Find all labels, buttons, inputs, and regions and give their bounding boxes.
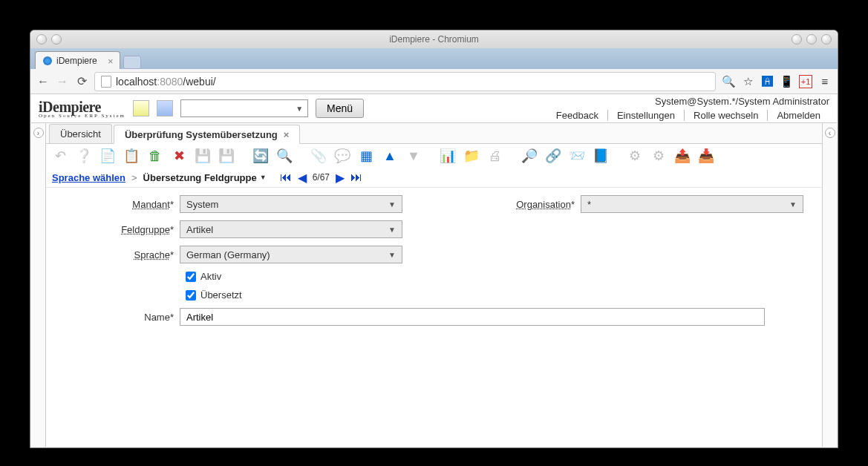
- field-sprache[interactable]: German (Germany)▼: [180, 246, 402, 263]
- print-icon: 🖨: [486, 146, 505, 165]
- parent-up-icon[interactable]: ▲: [380, 146, 399, 165]
- bookmark-star-icon[interactable]: ☆: [741, 75, 754, 88]
- left-panel-toggle[interactable]: ›: [31, 123, 46, 447]
- field-feldgruppe[interactable]: Artikel▼: [180, 220, 402, 238]
- device-icon[interactable]: 📱: [780, 75, 793, 88]
- next-record-button[interactable]: ▶: [336, 171, 345, 185]
- last-record-button[interactable]: ⏭: [350, 171, 362, 184]
- chevron-down-icon: ▼: [388, 251, 396, 259]
- tab-close-icon[interactable]: ×: [284, 129, 290, 140]
- breadcrumb-separator: >: [131, 172, 137, 183]
- right-panel-toggle[interactable]: ‹: [822, 123, 837, 447]
- checkbox-aktiv[interactable]: [186, 272, 196, 282]
- delete-icon[interactable]: 🗑: [146, 146, 165, 165]
- url-input[interactable]: localhost:8080/webui/: [94, 72, 716, 91]
- prev-record-button[interactable]: ◀: [298, 171, 307, 185]
- breadcrumb-current[interactable]: Übersetzung Feldgruppe: [143, 172, 257, 183]
- back-button[interactable]: ←: [36, 75, 50, 88]
- chat-icon: 💬: [333, 146, 352, 165]
- forward-button[interactable]: →: [56, 75, 69, 88]
- field-mandant[interactable]: System▼: [180, 195, 402, 213]
- label-mandant: Mandant: [61, 199, 180, 210]
- help-icon[interactable]: ❔: [74, 146, 94, 165]
- address-bar-row: ← → ⟳ localhost:8080/webui/ 🔍 ☆ 🅰 📱 +1 ≡: [30, 69, 838, 94]
- window-pin-button[interactable]: [51, 34, 62, 45]
- save-icon: 💾: [193, 146, 212, 165]
- reload-button[interactable]: ⟳: [75, 75, 88, 88]
- settings-link[interactable]: Einstellungen: [608, 110, 685, 121]
- change-role-link[interactable]: Rolle wechseln: [685, 110, 768, 121]
- product-info-icon[interactable]: 📘: [591, 146, 610, 165]
- chevron-down-icon: ▼: [789, 200, 797, 209]
- browser-tabstrip: iDempiere ×: [30, 48, 838, 69]
- label-feldgruppe: Feldgruppe: [61, 224, 180, 235]
- gplus-icon[interactable]: +1: [799, 75, 812, 88]
- app-header: iDempiere Open Source ERP System ▼ Menü …: [31, 94, 837, 122]
- import-icon[interactable]: 📥: [696, 146, 716, 165]
- page-icon: [101, 76, 111, 88]
- browser-tab[interactable]: iDempiere ×: [35, 51, 120, 69]
- menu-button[interactable]: Menü: [316, 99, 364, 118]
- open-window-icon[interactable]: [157, 100, 173, 116]
- browser-tab-title: iDempiere: [56, 56, 97, 66]
- chevron-down-icon: ▼: [388, 226, 396, 234]
- breadcrumb-language-link[interactable]: Sprache wählen: [52, 172, 125, 183]
- logout-link[interactable]: Abmelden: [768, 110, 829, 121]
- export-icon[interactable]: 📤: [673, 146, 692, 165]
- favicon: [43, 56, 52, 65]
- checkbox-uebersetzt[interactable]: [186, 290, 196, 301]
- app-logo[interactable]: iDempiere Open Source ERP System: [39, 99, 125, 119]
- label-name: Name: [61, 312, 180, 323]
- undo-icon: ↶: [50, 146, 70, 165]
- chevron-right-icon: ›: [33, 128, 44, 138]
- label-sprache: Sprache: [61, 249, 180, 260]
- tab-translation-check[interactable]: Überprüfung Systemübersetzung ×: [114, 125, 300, 144]
- tab-overview[interactable]: Übersicht: [49, 124, 112, 143]
- window-maximize[interactable]: [806, 34, 817, 45]
- new-icon[interactable]: 📄: [98, 146, 117, 165]
- label-uebersetzt: Übersetzt: [200, 289, 242, 301]
- quick-search[interactable]: ▼: [180, 99, 308, 117]
- field-organisation[interactable]: *▼: [581, 195, 803, 213]
- new-tab-button[interactable]: [123, 56, 141, 69]
- parent-down-icon: ▼: [404, 146, 423, 165]
- translate-icon[interactable]: 🅰: [760, 75, 774, 88]
- zoom-icon[interactable]: 🔍: [722, 75, 735, 88]
- feedback-link[interactable]: Feedback: [547, 110, 608, 121]
- new-record-icon[interactable]: [133, 100, 149, 116]
- breadcrumb: Sprache wählen > Übersetzung Feldgruppe …: [46, 168, 822, 187]
- archive-icon[interactable]: 📁: [462, 146, 481, 165]
- menu-icon[interactable]: ≡: [818, 75, 832, 88]
- chevron-left-icon: ‹: [825, 128, 835, 138]
- cancel-icon[interactable]: ✖: [169, 146, 189, 165]
- url-port: :8080: [157, 76, 183, 88]
- window-menu-button[interactable]: [36, 34, 47, 45]
- first-record-button[interactable]: ⏮: [280, 171, 292, 184]
- tab-close-icon[interactable]: ×: [108, 56, 114, 67]
- copy-icon[interactable]: 📋: [122, 146, 141, 165]
- toolbar: ↶ ❔ 📄 📋 🗑 ✖ 💾 💾 🔄 🔍 📎 💬 ▦ ▲ ▼: [46, 144, 822, 168]
- zoom-across-icon[interactable]: 🔎: [520, 146, 539, 165]
- app-tabs: Übersicht Überprüfung Systemübersetzung …: [46, 123, 822, 144]
- refresh-icon[interactable]: 🔄: [251, 146, 270, 165]
- window-minimize[interactable]: [792, 34, 802, 45]
- window-close[interactable]: [821, 34, 832, 45]
- save-new-icon: 💾: [217, 146, 236, 165]
- record-count: 6/67: [313, 172, 330, 183]
- window-title: iDempiere - Chromium: [30, 34, 838, 45]
- window-titlebar[interactable]: iDempiere - Chromium: [30, 30, 838, 48]
- report-icon[interactable]: 📊: [438, 146, 457, 165]
- user-info: System@System.*/System Administrator Fee…: [547, 96, 829, 121]
- chevron-down-icon: ▼: [388, 200, 396, 209]
- request-icon[interactable]: 📨: [567, 146, 587, 165]
- workflow-icon[interactable]: 🔗: [544, 146, 563, 165]
- browser-window: iDempiere - Chromium iDempiere × ← → ⟳ l…: [30, 30, 838, 448]
- process-icon: ⚙: [649, 146, 668, 165]
- chevron-down-icon: ▼: [296, 105, 303, 113]
- grid-icon[interactable]: ▦: [356, 146, 376, 165]
- user-context: System@System.*/System Administrator: [547, 96, 829, 107]
- attachment-icon: 📎: [309, 146, 328, 165]
- chevron-down-icon[interactable]: ▼: [260, 174, 267, 181]
- lookup-icon[interactable]: 🔍: [275, 146, 294, 165]
- field-name[interactable]: [180, 308, 765, 326]
